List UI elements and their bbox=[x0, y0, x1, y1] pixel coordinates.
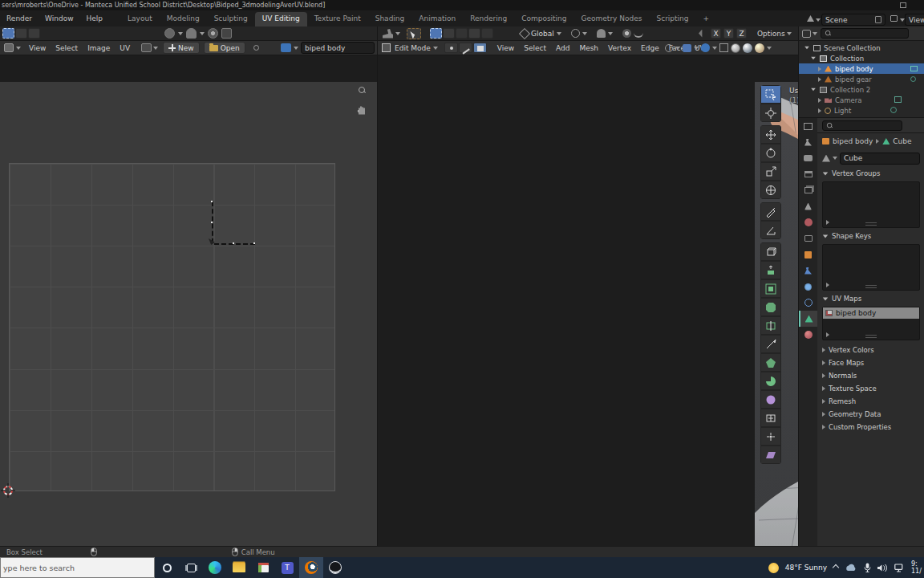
tool-select-box-button[interactable] bbox=[760, 85, 781, 104]
render-visibility-icon[interactable] bbox=[894, 96, 902, 103]
tool-bevel-button[interactable] bbox=[760, 298, 781, 316]
select-mode-box-icon[interactable] bbox=[443, 28, 455, 39]
tool-smooth-button[interactable] bbox=[760, 390, 781, 409]
tab-tool-icon[interactable] bbox=[799, 134, 817, 150]
tool-inset-faces-button[interactable] bbox=[760, 279, 781, 298]
shading-rendered-icon[interactable] bbox=[755, 43, 764, 53]
tool-shear-button[interactable] bbox=[760, 446, 781, 464]
tool-poly-build-button[interactable] bbox=[760, 353, 781, 372]
uv-edge-horizontal[interactable] bbox=[214, 243, 255, 245]
outliner-search-input[interactable] bbox=[821, 28, 909, 39]
mirror-z-button[interactable]: Z bbox=[736, 28, 747, 39]
properties-search-input[interactable] bbox=[822, 120, 902, 131]
section-vertex-groups[interactable]: Vertex Groups bbox=[817, 167, 924, 180]
tool-loop-cut-button[interactable] bbox=[760, 316, 781, 335]
cursor-tool-button[interactable] bbox=[407, 28, 421, 39]
xray-toggle-icon[interactable] bbox=[701, 43, 710, 52]
weather-sun-icon[interactable] bbox=[768, 563, 779, 573]
tab-animation[interactable]: Animation bbox=[411, 12, 463, 26]
image-name-field[interactable]: biped body bbox=[301, 42, 375, 54]
tab-layout[interactable]: Layout bbox=[120, 12, 160, 26]
tool-extrude-region-button[interactable] bbox=[760, 261, 781, 279]
tab-scene-icon[interactable] bbox=[799, 198, 817, 214]
tab-particles-icon[interactable] bbox=[799, 279, 817, 295]
tool-knife-button[interactable] bbox=[760, 335, 781, 353]
edge-icon[interactable] bbox=[203, 557, 227, 578]
tab-shading[interactable]: Shading bbox=[368, 12, 412, 26]
tab-sculpting[interactable]: Sculpting bbox=[207, 12, 255, 26]
tab-modifiers-icon[interactable] bbox=[799, 263, 817, 279]
uv-menu-select[interactable]: Select bbox=[51, 41, 83, 55]
vp-menu-vertex[interactable]: Vertex bbox=[603, 41, 636, 55]
vp-menu-select[interactable]: Select bbox=[519, 41, 551, 55]
uv-menu-uv[interactable]: UV bbox=[115, 41, 135, 55]
menu-help[interactable]: Help bbox=[80, 10, 110, 26]
teams-icon[interactable]: T bbox=[275, 557, 299, 578]
microsoft-store-icon[interactable] bbox=[251, 557, 275, 578]
breadcrumb-data[interactable]: Cube bbox=[893, 137, 911, 145]
tab-object-icon[interactable] bbox=[799, 246, 817, 263]
menu-window[interactable]: Window bbox=[38, 10, 80, 26]
tool-rotate-button[interactable] bbox=[760, 144, 781, 162]
breadcrumb-object[interactable]: biped body bbox=[833, 137, 873, 145]
select-mode-tweak-icon[interactable] bbox=[430, 28, 442, 39]
task-view-button[interactable] bbox=[179, 557, 203, 578]
vp-menu-edge[interactable]: Edge bbox=[636, 41, 664, 55]
tool-measure-button[interactable] bbox=[760, 221, 781, 239]
view-layer-selector[interactable]: View Layer bbox=[905, 14, 924, 26]
uv-pivot-icon[interactable] bbox=[164, 28, 175, 39]
tool-scale-button[interactable] bbox=[760, 162, 781, 181]
select-mode-lasso-icon[interactable] bbox=[468, 28, 480, 39]
section-vertex-colors[interactable]: Vertex Colors bbox=[817, 344, 924, 356]
section-custom-properties[interactable]: Custom Properties bbox=[817, 421, 924, 434]
onedrive-cloud-icon[interactable] bbox=[845, 564, 857, 572]
taskbar-clock[interactable]: 9: 11/ bbox=[911, 560, 922, 575]
uv-snap-magnet-icon[interactable] bbox=[186, 28, 197, 39]
outliner-type-icon[interactable] bbox=[802, 30, 811, 38]
network-icon[interactable] bbox=[894, 564, 905, 572]
mirror-y-button[interactable]: Y bbox=[723, 28, 734, 39]
tool-edge-slide-button[interactable] bbox=[760, 409, 781, 427]
section-shape-keys[interactable]: Shape Keys bbox=[817, 230, 924, 242]
tab-rendering[interactable]: Rendering bbox=[463, 12, 514, 26]
tab-object-data-icon[interactable] bbox=[799, 311, 817, 327]
microphone-icon[interactable] bbox=[864, 563, 871, 572]
tab-geometry-nodes[interactable]: Geometry Nodes bbox=[574, 12, 650, 26]
tab-view-layer-icon[interactable] bbox=[799, 182, 817, 198]
section-normals[interactable]: Normals bbox=[817, 369, 924, 382]
uv-editor-type-icon[interactable] bbox=[4, 43, 14, 52]
tool-annotate-button[interactable] bbox=[760, 202, 781, 221]
vp-menu-add[interactable]: Add bbox=[551, 41, 574, 55]
blender-taskbar-icon[interactable] bbox=[299, 557, 323, 578]
uv-map-row-biped-body[interactable]: biped body bbox=[823, 307, 919, 319]
add-workspace-button[interactable]: + bbox=[696, 12, 717, 26]
properties-type-icon[interactable] bbox=[799, 118, 817, 134]
vp-menu-view[interactable]: View bbox=[492, 41, 519, 55]
shading-wireframe-icon[interactable] bbox=[719, 43, 728, 52]
uv-select-subtract-icon[interactable] bbox=[28, 28, 40, 39]
overlays-icon[interactable] bbox=[683, 44, 691, 52]
section-face-maps[interactable]: Face Maps bbox=[817, 356, 924, 369]
tree-item-collection-2[interactable]: Collection 2 bbox=[799, 84, 924, 95]
active-tool-icon[interactable] bbox=[383, 29, 393, 39]
tool-move-button[interactable] bbox=[760, 125, 781, 144]
show-gizmo-icon[interactable] bbox=[665, 44, 673, 52]
tab-compositing[interactable]: Compositing bbox=[514, 12, 573, 26]
uv-select-extend-icon[interactable] bbox=[15, 28, 27, 39]
visibility-icon[interactable] bbox=[890, 107, 897, 113]
pivot-point-icon[interactable] bbox=[571, 29, 580, 38]
tab-world-icon[interactable] bbox=[799, 214, 817, 230]
image-new-button[interactable]: New bbox=[163, 42, 200, 54]
tree-item-light[interactable]: Light bbox=[799, 105, 924, 116]
menu-render[interactable]: Render bbox=[0, 10, 38, 26]
new-scene-icon[interactable] bbox=[875, 16, 881, 23]
obs-icon[interactable] bbox=[323, 557, 347, 578]
visibility-screen-icon[interactable] bbox=[910, 66, 918, 71]
tab-material-icon[interactable] bbox=[799, 327, 817, 343]
tab-modeling[interactable]: Modeling bbox=[160, 12, 207, 26]
uv-select-box-icon[interactable] bbox=[2, 28, 14, 39]
shading-solid-icon[interactable] bbox=[731, 43, 740, 53]
vertex-select-button[interactable] bbox=[444, 43, 458, 53]
tool-shrink-fatten-button[interactable] bbox=[760, 427, 781, 446]
tool-add-cube-button[interactable] bbox=[760, 242, 781, 261]
